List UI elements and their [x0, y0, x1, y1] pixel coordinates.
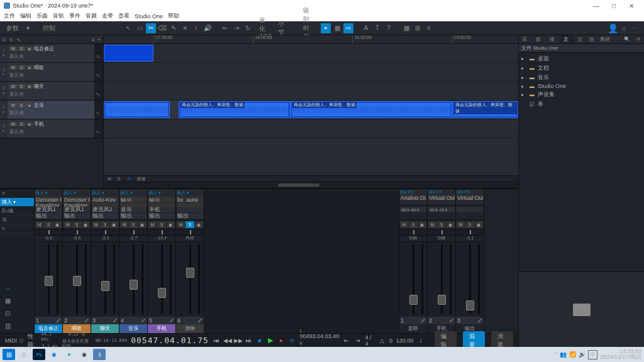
arrange-lane[interactable]: [104, 63, 518, 82]
ch-monitor[interactable]: ◉: [53, 221, 62, 228]
tab-soundsets[interactable]: 素材包: [597, 35, 614, 43]
auto-icon[interactable]: ⟳: [127, 177, 131, 182]
close-button[interactable]: ✕: [623, 3, 640, 9]
tracks-collapse-icon[interactable]: ≡: [91, 36, 94, 43]
arrow-tool-icon[interactable]: ↖: [123, 23, 133, 33]
inserts[interactable]: 插入 ▾ Denoiser Pro Equalizer: [63, 189, 91, 206]
ch-solo[interactable]: S: [409, 221, 417, 228]
perf-label[interactable]: 性能: [28, 332, 37, 349]
timeline[interactable]: 17:30:00 18:00:00 18:30:00 19:00:00 再会无染…: [104, 35, 518, 188]
help-icon[interactable]: ?: [384, 23, 394, 33]
inserts[interactable]: 插入 ▾ 输出: [148, 189, 175, 206]
chevron-right-icon[interactable]: ▸: [521, 84, 528, 89]
mixer-close-icon[interactable]: X: [0, 189, 34, 198]
minimize-button[interactable]: —: [587, 3, 605, 9]
fader[interactable]: [413, 244, 414, 314]
channel-name[interactable]: 音乐: [119, 324, 147, 333]
pan-slider[interactable]: [63, 229, 91, 236]
io-label[interactable]: ⎋: [0, 224, 34, 233]
autoscroll-icon[interactable]: ↻: [243, 23, 253, 33]
ch-monitor[interactable]: ◉: [167, 221, 175, 228]
inserts[interactable]: Mix FX Virtual Out..+2: [428, 189, 455, 206]
listen-tool-icon[interactable]: 🔊: [203, 23, 213, 33]
bus-icon[interactable]: ▦: [3, 295, 13, 305]
tap-tempo-icon[interactable]: ♩: [417, 336, 425, 345]
audio-clip[interactable]: 再会无染的恨人、来异世、散谈: [452, 101, 518, 118]
tree-item[interactable]: ◱ 卷: [519, 99, 644, 109]
tree-item[interactable]: ▸ ▬ Studio One: [519, 82, 644, 90]
tracks-filter-icon[interactable]: ⎋: [9, 36, 13, 43]
control-label[interactable]: 控制: [40, 23, 58, 33]
track-display[interactable]: 显示:关: [9, 129, 24, 135]
ch-monitor[interactable]: ◉: [138, 221, 147, 228]
menu-edit[interactable]: 编辑: [20, 12, 31, 20]
expand-icon[interactable]: ⤢: [449, 317, 454, 324]
fx-icon[interactable]: →: [3, 283, 13, 293]
tray-people-icon[interactable]: 👥: [560, 351, 567, 358]
taskbar-app-ps[interactable]: Ps: [33, 349, 45, 360]
fader[interactable]: [76, 244, 78, 314]
tray-chevron-icon[interactable]: ^: [555, 351, 557, 358]
tempo-icon[interactable]: T: [372, 23, 382, 33]
channel-name[interactable]: 混响: [176, 324, 204, 333]
piano-icon[interactable]: ▥: [3, 321, 13, 331]
marker-prev-icon[interactable]: ⇤: [343, 336, 350, 345]
tree-item[interactable]: ▸ ▬ 文档: [519, 63, 644, 73]
fader[interactable]: [104, 244, 106, 314]
inserts-label[interactable]: 插入 ▾: [0, 198, 34, 207]
time-sig[interactable]: 4 / 4: [365, 334, 375, 347]
expand-icon[interactable]: ⤢: [421, 317, 426, 324]
solo-button[interactable]: S: [18, 65, 25, 70]
track-display[interactable]: 显示:关: [9, 53, 24, 60]
param-label[interactable]: 参数: [4, 23, 21, 33]
loop-start[interactable]: L 00493.04.03.40: [300, 329, 340, 339]
forward-icon[interactable]: ▶▶: [234, 336, 243, 345]
chevron-right-icon[interactable]: ▸: [521, 65, 528, 71]
menu-studio-one[interactable]: Studio One: [135, 13, 163, 19]
ch-mute[interactable]: M: [35, 221, 43, 228]
ch-monitor[interactable]: ◉: [447, 221, 455, 228]
tracks-menu-icon[interactable]: ≡: [3, 36, 6, 43]
maximize-button[interactable]: □: [605, 3, 623, 9]
mute-button[interactable]: M: [9, 84, 17, 89]
expand-icon[interactable]: ⤢: [141, 317, 146, 324]
inserts[interactable]: 插入 ▾ bx_aura: [176, 189, 204, 206]
track-display[interactable]: 显示:关: [9, 110, 24, 116]
track-row[interactable]: 3▸ MS●聊天 显示:关 ∿: [0, 82, 103, 101]
ch-monitor[interactable]: ◉: [475, 221, 483, 228]
metronome-icon[interactable]: △: [378, 336, 386, 345]
automation-lane-icon[interactable]: ∿: [16, 36, 21, 43]
grid-icon[interactable]: ⊞: [413, 23, 423, 33]
channel-name[interactable]: 监听: [399, 324, 427, 333]
io-section[interactable]: -65.9 -65.9: [399, 206, 427, 221]
paint-tool-icon[interactable]: ✎: [169, 23, 179, 33]
ch-monitor[interactable]: ◉: [82, 221, 90, 228]
io-section[interactable]: 麦克风1输出: [91, 206, 119, 221]
pan-slider[interactable]: [148, 229, 175, 236]
loop-icon[interactable]: ⟲: [287, 336, 296, 345]
list-icon[interactable]: ≡: [424, 23, 434, 33]
stop-icon[interactable]: ■: [255, 336, 264, 345]
rtz-icon[interactable]: ⏮: [213, 336, 221, 345]
expand-icon[interactable]: ⤢: [56, 317, 61, 324]
tab-files[interactable]: 文件: [560, 35, 574, 43]
ch-mute[interactable]: M: [400, 221, 408, 228]
mute-button[interactable]: M: [9, 122, 17, 126]
menu-song[interactable]: 乐曲: [36, 12, 48, 20]
pan-slider[interactable]: [456, 229, 484, 236]
output-icon[interactable]: ⊡: [3, 308, 13, 318]
fader[interactable]: [48, 244, 50, 314]
mute-button[interactable]: M: [9, 47, 17, 51]
tray-ime[interactable]: 中: [588, 350, 597, 359]
expand-icon[interactable]: ⤢: [84, 317, 89, 324]
tray-volume-icon[interactable]: 🔊: [579, 351, 586, 358]
ch-mute[interactable]: M: [92, 221, 100, 228]
record-arm[interactable]: ●: [26, 103, 33, 107]
tray-network-icon[interactable]: 📶: [569, 351, 576, 358]
solo-button[interactable]: S: [18, 103, 25, 107]
tree-item[interactable]: ▸ ▬ 桌面: [519, 54, 644, 63]
rewind-icon[interactable]: ◀◀: [223, 336, 232, 345]
fader[interactable]: [133, 244, 135, 314]
erase-tool-icon[interactable]: ⌫: [157, 23, 167, 33]
timebase-icon[interactable]: 小节: [278, 23, 288, 33]
